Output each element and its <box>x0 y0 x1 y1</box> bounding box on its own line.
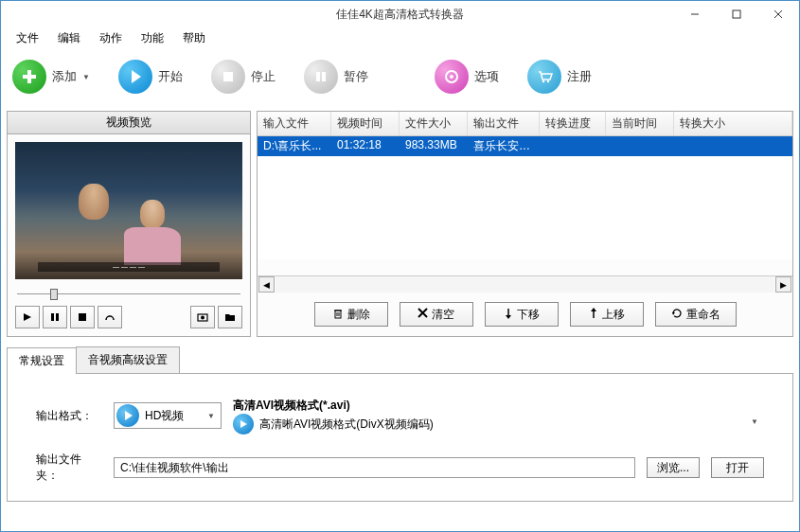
refresh-icon <box>671 308 683 322</box>
toolbar: 添加 ▼ 开始 停止 暂停 选项 注册 <box>1 48 799 105</box>
gear-icon <box>435 60 469 94</box>
svg-marker-32 <box>240 420 247 428</box>
svg-rect-17 <box>79 313 86 321</box>
add-button[interactable]: 添加 ▼ <box>12 60 90 94</box>
tab-advanced[interactable]: 音视频高级设置 <box>76 346 180 373</box>
seek-slider[interactable] <box>17 287 240 300</box>
maximize-button[interactable] <box>716 1 757 27</box>
chevron-down-icon: ▼ <box>82 73 90 81</box>
col-output[interactable]: 输出文件 <box>468 112 540 135</box>
minimize-button[interactable] <box>674 1 716 27</box>
pause-button[interactable]: 暂停 <box>304 60 368 94</box>
arrow-up-icon <box>589 308 598 322</box>
play-circle-icon <box>116 404 139 427</box>
svg-point-19 <box>201 316 204 320</box>
table-row[interactable]: D:\喜乐长... 01:32:18 983.33MB 喜乐长安H... <box>258 136 792 156</box>
pause-control-button[interactable] <box>43 306 67 328</box>
cart-icon <box>527 60 561 94</box>
options-button[interactable]: 选项 <box>435 60 499 94</box>
chevron-down-icon: ▼ <box>751 417 758 426</box>
menu-edit[interactable]: 编辑 <box>50 28 88 48</box>
svg-marker-30 <box>672 312 675 315</box>
stop-icon <box>211 60 245 94</box>
menu-function[interactable]: 功能 <box>133 28 171 48</box>
video-preview[interactable]: — — — — <box>15 142 242 279</box>
horizontal-scrollbar[interactable]: ◀ ▶ <box>258 275 792 293</box>
svg-rect-15 <box>51 313 54 321</box>
browse-button[interactable]: 浏览... <box>647 457 700 478</box>
col-input[interactable]: 输入文件 <box>258 112 331 135</box>
file-list-panel: 输入文件 视频时间 文件大小 输出文件 转换进度 当前时间 转换大小 D:\喜乐… <box>257 111 793 337</box>
svg-marker-14 <box>24 313 31 321</box>
folder-button[interactable] <box>218 306 242 328</box>
svg-rect-9 <box>322 72 326 81</box>
output-folder-input[interactable] <box>114 457 635 478</box>
tab-panel-general: 输出格式： HD视频 ▼ 高清AVI视频格式(*.avi) 高清晰AVI视频格式… <box>7 373 793 502</box>
svg-rect-1 <box>733 10 740 18</box>
move-up-button[interactable]: 上移 <box>570 302 644 327</box>
register-button[interactable]: 注册 <box>527 60 592 94</box>
settings-tabs: 常规设置 音视频高级设置 <box>7 346 793 373</box>
clear-button[interactable]: 清空 <box>400 302 473 327</box>
svg-marker-29 <box>591 308 596 311</box>
rename-button[interactable]: 重命名 <box>655 302 737 327</box>
delete-button[interactable]: 删除 <box>314 302 388 327</box>
chevron-down-icon: ▼ <box>207 412 215 420</box>
window-controls <box>674 1 799 27</box>
play-icon <box>118 60 152 94</box>
svg-marker-31 <box>125 411 133 420</box>
menu-help[interactable]: 帮助 <box>175 28 213 48</box>
play-button[interactable] <box>15 306 40 328</box>
close-button[interactable] <box>757 1 799 27</box>
play-circle-icon <box>233 414 254 434</box>
tab-general[interactable]: 常规设置 <box>7 347 77 374</box>
format-description: 高清AVI视频格式(*.avi) 高清晰AVI视频格式(DivX视频编码) <box>233 397 434 434</box>
col-progress[interactable]: 转换进度 <box>540 112 606 135</box>
svg-rect-8 <box>316 72 320 81</box>
pause-icon <box>304 60 338 94</box>
scroll-left-icon[interactable]: ◀ <box>258 276 275 293</box>
format-category-dropdown[interactable]: HD视频 ▼ <box>114 402 222 429</box>
menu-file[interactable]: 文件 <box>9 28 46 48</box>
preview-panel: 视频预览 — — — — <box>7 111 251 337</box>
svg-point-11 <box>450 75 453 79</box>
menu-action[interactable]: 动作 <box>92 28 130 48</box>
plus-icon <box>12 60 46 94</box>
loop-button[interactable] <box>98 306 122 328</box>
svg-marker-6 <box>132 70 141 83</box>
menubar: 文件 编辑 动作 功能 帮助 <box>1 27 799 48</box>
format-detail-dropdown[interactable]: ▼ <box>749 402 764 440</box>
preview-header: 视频预览 <box>8 112 250 134</box>
arrow-down-icon <box>504 308 513 322</box>
open-button[interactable]: 打开 <box>711 457 764 478</box>
col-current[interactable]: 当前时间 <box>606 112 674 135</box>
stop-button[interactable]: 停止 <box>211 60 276 94</box>
start-button[interactable]: 开始 <box>118 60 183 94</box>
col-convsize[interactable]: 转换大小 <box>674 112 792 135</box>
svg-rect-20 <box>335 310 341 318</box>
svg-point-12 <box>542 80 544 82</box>
output-format-label: 输出格式： <box>36 408 102 424</box>
file-table: 输入文件 视频时间 文件大小 输出文件 转换进度 当前时间 转换大小 D:\喜乐… <box>258 112 792 275</box>
move-down-button[interactable]: 下移 <box>485 302 559 327</box>
svg-rect-7 <box>223 72 233 81</box>
svg-rect-16 <box>56 313 59 321</box>
output-folder-label: 输出文件夹： <box>36 452 102 484</box>
svg-point-13 <box>547 80 549 82</box>
x-icon <box>418 308 428 321</box>
window-title: 佳佳4K超高清格式转换器 <box>336 7 464 23</box>
col-size[interactable]: 文件大小 <box>400 112 468 135</box>
snapshot-button[interactable] <box>190 306 215 328</box>
titlebar: 佳佳4K超高清格式转换器 <box>1 1 799 27</box>
trash-icon <box>332 308 344 322</box>
svg-marker-27 <box>506 315 511 319</box>
stop-control-button[interactable] <box>70 306 95 328</box>
scroll-right-icon[interactable]: ▶ <box>775 276 791 293</box>
svg-rect-5 <box>23 75 36 79</box>
col-duration[interactable]: 视频时间 <box>331 112 400 135</box>
